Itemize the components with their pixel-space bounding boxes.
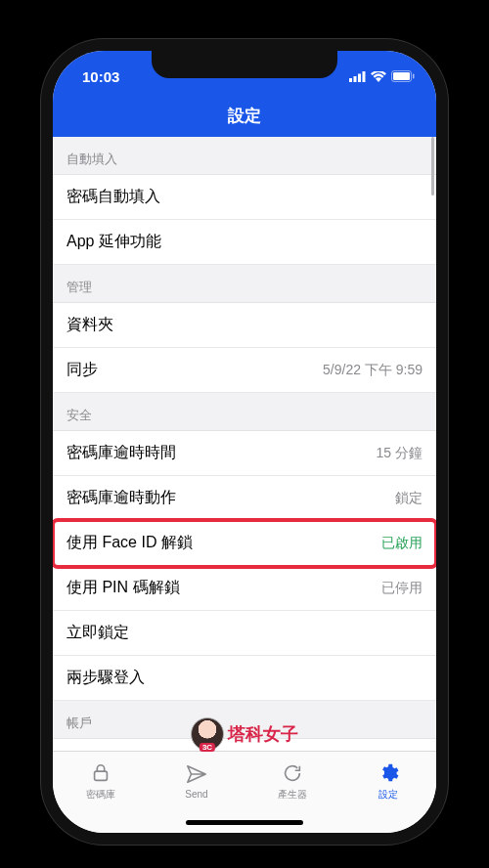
phone-frame: 10:03 設定 自動填入 密碼自動填入	[53, 51, 436, 833]
row-folders[interactable]: 資料夾	[53, 303, 436, 348]
signal-icon	[349, 68, 366, 85]
row-fingerprint-phrase[interactable]: 指紋短語	[53, 739, 436, 751]
row-label: 使用 Face ID 解鎖	[67, 533, 193, 553]
row-sync[interactable]: 同步 5/9/22 下午 9:59	[53, 348, 436, 393]
tab-label: 產生器	[278, 788, 307, 802]
section-header-autofill: 自動填入	[53, 137, 436, 175]
tab-vault[interactable]: 密碼庫	[53, 752, 149, 811]
tab-settings[interactable]: 設定	[340, 752, 436, 811]
gear-icon	[378, 762, 399, 786]
row-vault-timeout-action[interactable]: 密碼庫逾時動作 鎖定	[53, 476, 436, 521]
phone-notch	[152, 51, 337, 78]
row-label: 資料夾	[67, 315, 113, 335]
tab-generator[interactable]: 產生器	[244, 752, 340, 811]
screen: 10:03 設定 自動填入 密碼自動填入	[53, 51, 436, 833]
svg-rect-2	[358, 73, 361, 82]
row-label: 同步	[67, 360, 98, 380]
section-header-manage: 管理	[53, 265, 436, 303]
navbar: 設定	[53, 94, 436, 137]
battery-icon	[391, 68, 415, 85]
row-label: 立即鎖定	[67, 623, 129, 643]
status-time: 10:03	[82, 68, 119, 85]
row-label: 使用 PIN 碼解鎖	[67, 578, 180, 598]
row-faceid-unlock[interactable]: 使用 Face ID 解鎖 已啟用	[53, 521, 436, 566]
svg-rect-6	[413, 73, 415, 78]
tab-label: 密碼庫	[86, 788, 115, 802]
row-value: 5/9/22 下午 9:59	[323, 362, 422, 379]
row-label: 密碼庫逾時動作	[67, 488, 176, 508]
svg-rect-1	[354, 76, 357, 82]
row-value: 已停用	[381, 580, 422, 597]
tab-send[interactable]: Send	[149, 752, 244, 811]
svg-rect-0	[349, 78, 352, 82]
row-two-step[interactable]: 兩步驟登入	[53, 656, 436, 701]
section-header-security: 安全	[53, 393, 436, 431]
row-password-autofill[interactable]: 密碼自動填入	[53, 175, 436, 220]
paper-plane-icon	[186, 763, 207, 787]
row-value-enabled: 已啟用	[381, 535, 422, 552]
scrollbar[interactable]	[431, 137, 434, 195]
svg-rect-3	[363, 71, 366, 82]
tab-bar: 密碼庫 Send 產生器 設定	[53, 751, 436, 811]
svg-rect-7	[95, 771, 108, 780]
row-value: 15 分鐘	[377, 445, 422, 462]
row-label: App 延伸功能	[67, 232, 161, 252]
row-label: 密碼自動填入	[67, 187, 160, 207]
home-indicator[interactable]	[53, 811, 436, 833]
row-pin-unlock[interactable]: 使用 PIN 碼解鎖 已停用	[53, 566, 436, 611]
wifi-icon	[371, 68, 386, 85]
status-indicators	[349, 68, 415, 85]
row-app-extension[interactable]: App 延伸功能	[53, 220, 436, 265]
row-label: 密碼庫逾時時間	[67, 443, 176, 463]
page-title: 設定	[228, 105, 261, 127]
row-label: 兩步驟登入	[67, 668, 145, 688]
svg-rect-5	[393, 72, 410, 80]
tab-label: 設定	[378, 788, 398, 802]
row-vault-timeout[interactable]: 密碼庫逾時時間 15 分鐘	[53, 431, 436, 476]
row-value: 鎖定	[395, 490, 422, 507]
settings-list[interactable]: 自動填入 密碼自動填入 App 延伸功能 管理 資料夾 同步 5/9/22 下午…	[53, 137, 436, 751]
lock-icon	[90, 762, 111, 786]
section-header-account: 帳戶	[53, 701, 436, 739]
refresh-icon	[282, 762, 303, 786]
row-lock-now[interactable]: 立即鎖定	[53, 611, 436, 656]
tab-label: Send	[185, 789, 207, 800]
